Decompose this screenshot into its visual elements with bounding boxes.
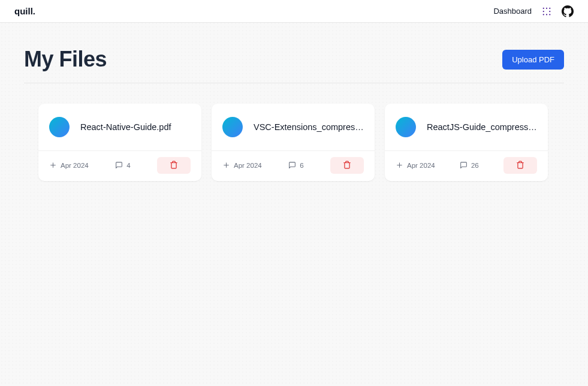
file-date-text: Apr 2024 [61,162,89,169]
message-icon [115,161,123,170]
file-cards: React-Native-Guide.pdf Apr 2024 4 [24,104,564,181]
file-date-text: Apr 2024 [407,162,435,169]
svg-point-6 [546,14,547,15]
page-title: My Files [24,47,107,72]
delete-button[interactable] [330,157,364,174]
file-date: Apr 2024 [396,161,435,170]
file-avatar [396,117,416,137]
file-messages: 26 [460,161,479,170]
file-card-top: ReactJS-Guide_compresse... [385,104,548,150]
file-card[interactable]: VSC-Extensions_compress... Apr 2024 6 [212,104,375,181]
delete-button[interactable] [503,157,537,174]
file-avatar [49,117,70,137]
delete-button[interactable] [157,157,191,174]
svg-point-2 [549,7,550,8]
file-card[interactable]: ReactJS-Guide_compresse... Apr 2024 26 [385,104,548,181]
file-message-count: 4 [126,162,130,169]
file-date: Apr 2024 [49,161,89,170]
svg-point-3 [543,10,544,11]
file-card-bottom: Apr 2024 4 [38,151,201,181]
main-content: My Files Upload PDF React-Native-Guide.p… [0,23,588,193]
file-card-bottom: Apr 2024 6 [212,151,375,181]
svg-point-4 [549,10,550,11]
dashboard-link[interactable]: Dashboard [493,7,532,16]
file-messages: 6 [288,161,303,170]
header-right: Dashboard [493,5,574,17]
title-row: My Files Upload PDF [24,47,564,83]
svg-point-5 [543,14,544,15]
file-name: VSC-Extensions_compress... [254,122,364,132]
file-message-count: 26 [471,162,479,169]
plus-icon [222,161,230,170]
file-name: React-Native-Guide.pdf [80,122,171,132]
message-icon [288,161,296,170]
plus-icon [49,161,57,170]
file-card-top: VSC-Extensions_compress... [212,104,375,150]
trash-icon [516,161,524,171]
file-card[interactable]: React-Native-Guide.pdf Apr 2024 4 [38,104,201,181]
file-name: ReactJS-Guide_compresse... [427,122,537,132]
app-grid-icon[interactable] [541,6,552,17]
plus-icon [396,161,403,170]
app-header: quill. Dashboard [0,0,588,23]
brand-logo[interactable]: quill. [14,6,35,16]
svg-point-0 [543,7,544,8]
github-icon[interactable] [562,5,574,17]
trash-icon [170,161,178,171]
file-date-text: Apr 2024 [234,162,262,169]
upload-pdf-button[interactable]: Upload PDF [502,50,564,70]
file-avatar [222,117,243,137]
file-date: Apr 2024 [222,161,262,170]
file-card-top: React-Native-Guide.pdf [38,104,201,150]
file-card-bottom: Apr 2024 26 [385,151,548,181]
trash-icon [343,161,351,171]
file-message-count: 6 [300,162,303,169]
message-icon [460,161,468,170]
svg-point-7 [549,14,550,15]
file-messages: 4 [115,161,130,170]
svg-point-1 [546,7,547,8]
